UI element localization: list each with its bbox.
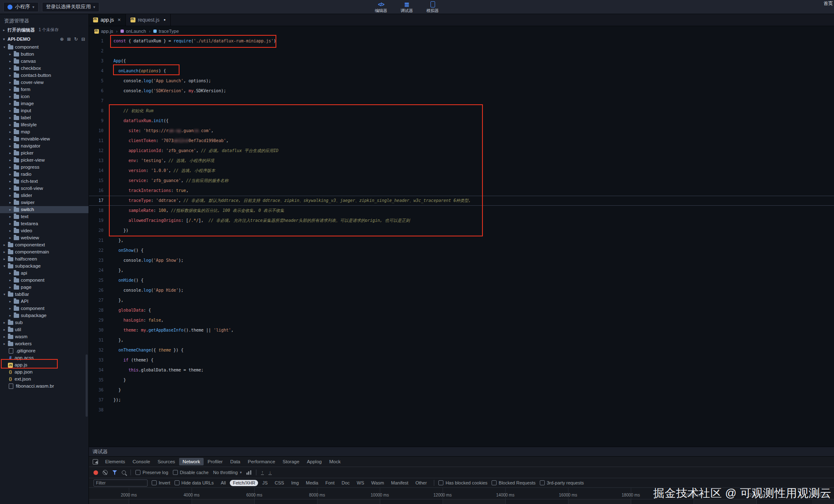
filter-pill-fetch-xhr[interactable]: Fetch/XHR [230, 480, 258, 486]
code-line-26[interactable]: 26 console.log('App Hide'); [89, 285, 834, 295]
open-editors-section[interactable]: ▸ 打开的编辑器 1 个未保存 [0, 25, 89, 34]
tree-item-app.acss[interactable]: app.acss [0, 354, 89, 361]
project-section[interactable]: ▾ API-DEMO ⊕ ⊞ ↻ ⊟ [0, 34, 89, 44]
tree-item-fibonacci.wasm.br[interactable]: fibonacci.wasm.br [0, 383, 89, 390]
tree-item-lifestyle[interactable]: ▸lifestyle [0, 121, 89, 128]
code-line-24[interactable]: 24 }, [89, 266, 834, 275]
breadcrumb-file[interactable]: app.js [94, 29, 113, 34]
code-line-12[interactable]: 12 applicationId: 'zfb_guance', // 必填, d… [89, 146, 834, 156]
code-line-13[interactable]: 13 env: 'testing', // 选填, 小程序的环境 [89, 156, 834, 166]
filter-pill-img[interactable]: Img [288, 480, 302, 486]
export-har-icon[interactable]: ↓ [268, 470, 272, 475]
breadcrumb-symbol-onlaunch[interactable]: onLaunch [121, 29, 146, 34]
tree-item-subpackage[interactable]: ▾subpackage [0, 263, 89, 270]
devtools-tab-elements[interactable]: Elements [102, 457, 128, 466]
tree-item-swiper[interactable]: ▸swiper [0, 199, 89, 206]
code-line-23[interactable]: 23 console.log('App Show'); [89, 256, 834, 266]
tree-item-app.json[interactable]: app.json [0, 369, 89, 376]
tree-item-image[interactable]: ▸image [0, 100, 89, 107]
tree-item-componentmain[interactable]: ▸componentmain [0, 248, 89, 256]
tree-item-input[interactable]: ▸input [0, 107, 89, 114]
editor-tab-request-js[interactable]: request.js [126, 14, 171, 26]
simulator-toggle-button[interactable]: 模拟器 [423, 0, 443, 14]
code-line-22[interactable]: 22 onShow() { [89, 246, 834, 256]
code-line-25[interactable]: 25 onHide() { [89, 275, 834, 285]
tree-item-map[interactable]: ▸map [0, 128, 89, 135]
breadcrumb-symbol-tracetype[interactable]: traceType [153, 29, 179, 34]
tree-item-tabBar[interactable]: ▾tabBar [0, 291, 89, 298]
devtools-tab-profiler[interactable]: Profiler [204, 457, 226, 466]
search-icon[interactable] [122, 470, 126, 474]
code-line-20[interactable]: 20 }) [89, 226, 834, 236]
devtools-tab-sources[interactable]: Sources [154, 457, 178, 466]
tree-item-subpackage[interactable]: ▸subpackage [0, 312, 89, 319]
mini-program-select[interactable]: 小程序 [3, 2, 39, 12]
code-line-27[interactable]: 27 }, [89, 295, 834, 305]
tree-item-API[interactable]: ▸API [0, 298, 89, 305]
record-button[interactable] [93, 470, 98, 475]
preserve-log-checkbox[interactable]: Preserve log [135, 470, 168, 475]
code-line-15[interactable]: 15 service: 'zfb_guance', //当前应用的服务名称 [89, 176, 834, 186]
tree-item-app.js[interactable]: app.js [0, 361, 89, 369]
code-line-11[interactable]: 11 clientToken: '7073ab12cd0ef7acd1998ea… [89, 136, 834, 146]
tree-item-text[interactable]: ▸text [0, 213, 89, 220]
code-line-6[interactable]: 6 console.log('SDKVersion', my.SDKVersio… [89, 86, 834, 96]
filter-pill-other[interactable]: Other [413, 480, 430, 486]
code-line-19[interactable]: 19 allowedTracingOrigins: [/.*/], // 非必填… [89, 216, 834, 226]
code-line-5[interactable]: 5 console.log('App Launch', options); [89, 76, 834, 86]
code-line-38[interactable]: 38 [89, 405, 834, 415]
tree-item-radio[interactable]: ▸radio [0, 171, 89, 178]
has-blocked-cookies-checkbox[interactable]: Has blocked cookies [438, 480, 487, 485]
devtools-tab-network[interactable]: Network [179, 458, 203, 465]
filter-pill-ws[interactable]: WS [354, 480, 367, 486]
filter-input[interactable] [93, 479, 148, 487]
code-line-2[interactable]: 2 [89, 46, 834, 56]
filter-pill-font[interactable]: Font [322, 480, 337, 486]
tree-item-navigator[interactable]: ▸navigator [0, 143, 89, 150]
editor-toggle-button[interactable]: 编辑器 [371, 0, 391, 14]
code-line-18[interactable]: 18 sampleRate: 100, //指标数据收集的百分比, 100 表示… [89, 206, 834, 216]
code-line-16[interactable]: 16 trackInteractions: true, [89, 186, 834, 196]
close-icon[interactable] [118, 17, 121, 23]
filter-pill-manifest[interactable]: Manifest [388, 480, 411, 486]
code-line-28[interactable]: 28 globalData: { [89, 305, 834, 315]
devtools-tab-storage[interactable]: Storage [279, 457, 303, 466]
clear-log-button[interactable] [103, 470, 108, 475]
home-link[interactable]: 首页 [824, 0, 833, 7]
tree-item-halfscreen[interactable]: ▸halfscreen [0, 256, 89, 263]
new-file-icon[interactable]: ⊕ [60, 37, 64, 42]
code-line-4[interactable]: 4 onLaunch(options) { [89, 66, 834, 76]
tree-item-sub[interactable]: ▸sub [0, 319, 89, 326]
tree-item-label[interactable]: ▸label [0, 114, 89, 121]
inspect-icon[interactable] [93, 459, 98, 465]
code-line-29[interactable]: 29 hasLogin: false, [89, 315, 834, 325]
tree-item-canvas[interactable]: ▸canvas [0, 58, 89, 65]
refresh-icon[interactable]: ↻ [74, 37, 78, 42]
filter-pill-all[interactable]: All [218, 480, 229, 486]
tree-item-icon[interactable]: ▸icon [0, 93, 89, 100]
tree-item-rich-text[interactable]: ▸rich-text [0, 178, 89, 185]
network-conditions-icon[interactable] [246, 470, 251, 475]
code-line-33[interactable]: 33 if (theme) { [89, 355, 834, 365]
code-line-35[interactable]: 35 } [89, 375, 834, 385]
throttling-select[interactable]: No throttling [213, 470, 242, 475]
filter-pill-media[interactable]: Media [303, 480, 321, 486]
devtools-tab-applog[interactable]: Applog [303, 457, 325, 466]
tree-item-page[interactable]: ▸page [0, 284, 89, 291]
debugger-toggle-button[interactable]: 调试器 [397, 0, 417, 14]
tree-item-progress[interactable]: ▸progress [0, 164, 89, 171]
code-line-9[interactable]: 9 datafluxRum.init({ [89, 116, 834, 126]
tree-item-component[interactable]: ▾component [0, 44, 89, 51]
tree-item-picker[interactable]: ▸picker [0, 150, 89, 157]
tree-item-switch[interactable]: ▸switch [0, 206, 89, 213]
tree-item-ext.json[interactable]: ext.json [0, 376, 89, 383]
devtools-tab-data[interactable]: Data [227, 457, 244, 466]
filter-pill-wasm[interactable]: Wasm [368, 480, 387, 486]
collapse-all-icon[interactable]: ⊟ [81, 37, 85, 42]
hide-data-urls-checkbox[interactable]: Hide data URLs [175, 480, 214, 485]
filter-pill-js[interactable]: JS [259, 480, 271, 486]
code-line-36[interactable]: 36 } [89, 385, 834, 395]
code-line-34[interactable]: 34 this.globalData.theme = theme; [89, 365, 834, 375]
tree-item-video[interactable]: ▸video [0, 227, 89, 234]
import-har-icon[interactable]: ↑ [261, 470, 264, 475]
